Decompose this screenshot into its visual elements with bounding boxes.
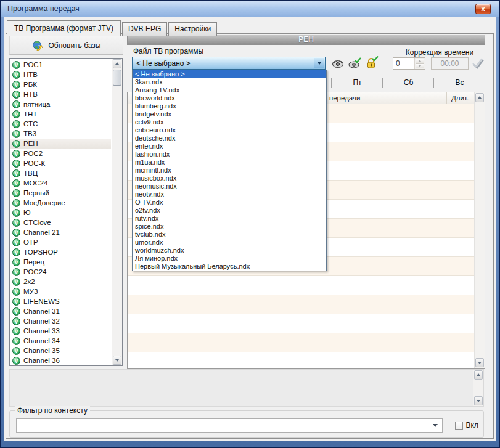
dropdown-option[interactable]: worldmuzch.ndx [133,246,326,255]
dropdown-option[interactable]: mcmintl.ndx [133,166,326,174]
channel-list-item[interactable]: TOPSHOP [10,247,111,257]
double-check-icon[interactable] [470,55,486,71]
channel-list-item[interactable]: РЕН [10,139,111,149]
channel-list-item[interactable]: Channel 33 [10,326,111,336]
channel-label: CTClove [23,219,51,226]
channel-list-item[interactable]: РОС1 [10,60,111,70]
tab-settings[interactable]: Настройки [168,22,217,36]
channel-list-item[interactable]: РОС-К [10,158,111,168]
scroll-down-icon[interactable] [474,396,483,405]
channel-list[interactable]: РОС1 НТВ РБК [9,58,123,366]
channel-list-scrollbar[interactable] [112,59,122,365]
channel-list-item[interactable]: Channel 21 [10,227,111,237]
channel-list-item[interactable]: РБК [10,79,111,89]
dropdown-option[interactable]: 3kan.ndx [133,78,326,86]
channel-list-item[interactable]: CTClove [10,218,111,227]
dropdown-option[interactable]: blumberg.ndx [133,102,326,110]
day-tab[interactable]: Вс [434,75,485,91]
tab-tv-program-jtv[interactable]: ТВ Программа (формат JTV) [7,20,121,36]
dropdown-option[interactable]: o2tv.ndx [133,206,326,214]
chevron-down-icon[interactable] [433,424,438,430]
dropdown-option[interactable]: O TV.ndx [133,198,326,206]
dropdown-option[interactable]: neomusic.ndx [133,182,326,190]
channel-list-item[interactable]: Channel 34 [10,336,111,346]
dropdown-option[interactable]: fashion.ndx [133,150,326,158]
channel-list-item[interactable]: Первый [10,188,111,198]
spinner-buttons[interactable] [414,58,425,69]
close-button[interactable]: x [475,4,491,14]
channel-list-item[interactable]: РОС2 [10,149,111,158]
eye-icon[interactable] [331,57,345,70]
dropdown-option[interactable]: tvclub.ndx [133,230,326,238]
channel-list-item[interactable]: Channel 36 [10,356,111,365]
channel-label: Channel 36 [23,357,60,364]
file-program-combobox[interactable]: < Не выбрано > [132,57,326,70]
update-databases-button[interactable]: Обновить базы [9,36,123,55]
lock-check-icon[interactable] [365,56,379,70]
details-scrollbar[interactable] [473,370,483,406]
time-offset-field[interactable]: 00:00 [431,57,469,70]
scroll-down-icon[interactable] [113,356,121,365]
context-filter-input[interactable] [16,418,443,433]
dropdown-option[interactable]: neotv.ndx [133,190,326,198]
channel-list-item[interactable]: ТНТ [10,109,111,119]
filter-enable-checkbox[interactable] [455,422,463,430]
dropdown-option[interactable]: cctv9.ndx [133,118,326,126]
dropdown-option[interactable]: Ля минор.ndx [133,255,326,263]
dropdown-option[interactable]: < Не выбрано > [133,70,326,78]
dropdown-option[interactable]: deutsche.ndx [133,134,326,142]
channel-label: СТС [23,120,38,128]
channel-list-item[interactable]: НТВ [10,70,111,79]
scroll-up-icon[interactable] [474,370,483,380]
channel-label: МосДоверие [23,199,65,206]
channel-list-item[interactable]: МосДоверие [10,198,111,208]
dropdown-option[interactable]: Первый Музыкальный Беларусь.ndx [133,263,326,271]
channel-label: Channel 32 [23,317,60,325]
channel-list-item[interactable]: МУЗ [10,287,111,296]
channel-list-item[interactable]: РОС24 [10,267,111,277]
channel-list-item[interactable]: НТВ [10,89,111,99]
scrollbar-thumb[interactable] [113,70,121,86]
channel-list-item[interactable]: Перец [10,257,111,267]
spin-down-icon[interactable] [416,63,424,68]
day-tab[interactable]: Сб [383,75,434,91]
dropdown-option[interactable]: spice.ndx [133,222,326,230]
channel-list-item[interactable]: ТВЦ [10,168,111,178]
dropdown-option[interactable]: cnbceuro.ndx [133,126,326,134]
dropdown-option[interactable]: musicbox.ndx [133,174,326,182]
channel-v-icon [12,258,20,266]
dropdown-option[interactable]: m1ua.ndx [133,158,326,166]
tab-dvb-epg[interactable]: DVB EPG [122,22,167,36]
channel-list-item[interactable]: 2x2 [10,277,111,287]
channel-list-item[interactable]: LIFENEWS [10,296,111,306]
scroll-down-icon[interactable] [475,358,484,367]
channel-list-item[interactable]: ТВ3 [10,129,111,139]
channel-list-item[interactable]: пятница [10,99,111,109]
dropdown-option[interactable]: Arirang TV.ndx [133,86,326,94]
chevron-down-icon[interactable] [314,58,324,68]
channel-v-icon [12,150,20,158]
eye-check-icon[interactable] [348,57,361,70]
dropdown-option[interactable]: umor.ndx [133,238,326,246]
channel-list-item[interactable]: Ю [10,208,111,218]
channel-list-item[interactable]: СТС [10,119,111,129]
scroll-up-icon[interactable] [113,59,121,68]
scroll-up-icon[interactable] [475,93,484,102]
channel-list-item[interactable]: Channel 32 [10,316,111,326]
offset-spin-edit[interactable]: 0 [393,57,425,70]
day-tab[interactable]: Пт [332,75,383,91]
channel-list-item[interactable]: МОС24 [10,178,111,188]
channel-list-item[interactable]: ОТР [10,237,111,247]
titlebar[interactable]: Программа передач x [1,1,499,17]
dropdown-option[interactable]: bridgetv.ndx [133,110,326,118]
dropdown-option[interactable]: bbcworld.ndx [133,94,326,102]
channel-list-item[interactable]: Channel 35 [10,346,111,356]
table-scrollbar[interactable] [474,92,485,368]
spin-up-icon[interactable] [416,59,424,63]
file-dropdown-list[interactable]: < Не выбрано > 3kan.ndx Arirang TV.ndx b… [132,70,327,271]
channel-label: LIFENEWS [23,298,60,305]
column-divider [446,104,446,368]
dropdown-option[interactable]: enter.ndx [133,142,326,150]
channel-list-item[interactable]: Channel 31 [10,306,111,316]
dropdown-option[interactable]: rutv.ndx [133,214,326,222]
